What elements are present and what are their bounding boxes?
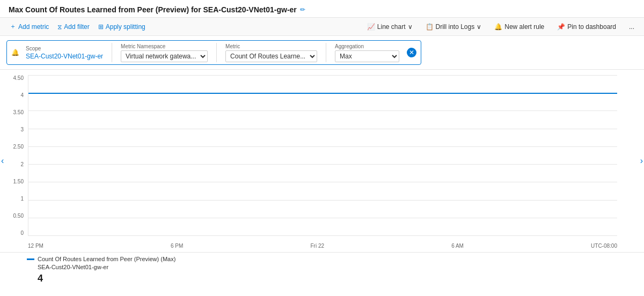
new-alert-rule-label: New alert rule: [504, 23, 544, 31]
y-label-2-50: 2.50: [13, 144, 24, 150]
split-icon: ⊞: [98, 23, 104, 31]
page-header: Max Count Of Routes Learned from Peer (P…: [0, 0, 644, 17]
filter-bar: 🔔 Scope SEA-Cust20-VNet01-gw-er Metric N…: [0, 36, 644, 70]
x-label-utc: UTC-08:00: [591, 243, 617, 249]
aggregation-label: Aggregation: [335, 43, 399, 49]
pin-to-dashboard-label: Pin to dashboard: [567, 23, 616, 31]
filter-divider-3: [326, 43, 326, 62]
drill-into-logs-button[interactable]: 📋 Drill into Logs ∨: [422, 21, 485, 33]
add-metric-label: Add metric: [18, 23, 49, 31]
y-label-1: 1: [20, 196, 24, 202]
legend-label: Count Of Routes Learned from Peer (Previ…: [38, 256, 175, 262]
legend-color-swatch: [27, 258, 34, 260]
aggregation-section: Aggregation Max Min Avg Sum Count: [335, 43, 399, 62]
scope-value-button[interactable]: SEA-Cust20-VNet01-gw-er: [26, 53, 103, 60]
x-label-12pm: 12 PM: [28, 243, 43, 249]
apply-splitting-button[interactable]: ⊞ Apply splitting: [95, 21, 149, 33]
line-chart-icon: 📈: [367, 23, 375, 31]
pin-icon: 📌: [557, 23, 565, 31]
line-chart-label: Line chart: [377, 23, 406, 31]
y-label-4: 4: [20, 92, 24, 98]
metric-namespace-label: Metric Namespace: [121, 43, 208, 49]
legend-item: Count Of Routes Learned from Peer (Previ…: [27, 256, 617, 262]
line-chart-button[interactable]: 📈 Line chart ∨: [364, 21, 416, 33]
add-filter-button[interactable]: ⧖ Add filter: [54, 21, 92, 33]
filter-divider-1: [112, 43, 112, 62]
grid-line-5: [28, 146, 617, 147]
chart-nav-left-button[interactable]: ‹: [1, 156, 4, 166]
metric-section: Metric Count Of Routes Learne...: [225, 43, 317, 62]
y-label-3: 3: [20, 127, 24, 132]
data-line: [28, 93, 617, 94]
x-label-fri22: Fri 22: [310, 243, 324, 249]
y-label-0: 0: [20, 230, 24, 236]
grid-line-3: [28, 110, 617, 111]
filter-icon: ⧖: [57, 23, 62, 31]
metric-namespace-select[interactable]: Virtual network gatewa...: [121, 50, 208, 62]
legend: Count Of Routes Learned from Peer (Previ…: [0, 252, 644, 287]
y-label-2: 2: [20, 161, 24, 167]
grid-line-7: [28, 182, 617, 182]
grid-line-9: [28, 218, 617, 218]
y-label-0-50: 0.50: [13, 213, 24, 219]
edit-icon[interactable]: ✏: [300, 6, 305, 13]
grid-line-4: [28, 129, 617, 129]
more-options-label: ...: [629, 23, 634, 31]
filter-box: 🔔 Scope SEA-Cust20-VNet01-gw-er Metric N…: [6, 40, 421, 65]
chart-nav-right-button[interactable]: ›: [640, 156, 643, 166]
chevron-down-icon2: ∨: [477, 23, 481, 31]
y-label-3-50: 3.50: [13, 109, 24, 115]
filter-divider-2: [216, 43, 217, 62]
toolbar-right: 📈 Line chart ∨ 📋 Drill into Logs ∨ 🔔 New…: [364, 21, 638, 33]
grid-line-8: [28, 200, 617, 201]
y-label-1-50: 1.50: [13, 179, 24, 184]
metric-select[interactable]: Count Of Routes Learne...: [225, 50, 317, 62]
page-title: Max Count Of Routes Learned from Peer (P…: [9, 5, 297, 14]
filter-close-button[interactable]: ✕: [407, 48, 416, 57]
plus-icon: ＋: [10, 22, 16, 31]
add-filter-label: Add filter: [64, 23, 89, 31]
grid-line-6: [28, 164, 617, 165]
add-metric-button[interactable]: ＋ Add metric: [6, 20, 52, 33]
legend-sublabel: SEA-Cust20-VNet01-gw-er: [38, 264, 108, 270]
legend-value: 4: [27, 273, 617, 284]
logs-icon: 📋: [426, 23, 434, 31]
x-label-6am: 6 AM: [451, 243, 464, 249]
y-label-4-50: 4.50: [13, 75, 24, 81]
metric-label: Metric: [225, 43, 317, 49]
scope-section: Scope SEA-Cust20-VNet01-gw-er: [26, 46, 103, 60]
scope-bell-icon: 🔔: [11, 49, 19, 56]
drill-into-logs-label: Drill into Logs: [436, 23, 475, 31]
toolbar-left: ＋ Add metric ⧖ Add filter ⊞ Apply splitt…: [6, 20, 149, 33]
metric-namespace-section: Metric Namespace Virtual network gatewa.…: [121, 43, 208, 62]
scope-label: Scope: [26, 46, 103, 51]
toolbar: ＋ Add metric ⧖ Add filter ⊞ Apply splitt…: [0, 17, 644, 36]
alert-icon: 🔔: [494, 23, 502, 31]
aggregation-select[interactable]: Max Min Avg Sum Count: [335, 50, 399, 62]
chevron-down-icon: ∨: [408, 23, 413, 31]
more-options-button[interactable]: ...: [626, 21, 638, 33]
grid-line-1: [28, 75, 617, 76]
apply-splitting-label: Apply splitting: [106, 23, 145, 31]
x-label-6pm: 6 PM: [171, 243, 183, 249]
pin-to-dashboard-button[interactable]: 📌 Pin to dashboard: [554, 21, 619, 33]
chart-wrapper: ‹ › 4.50 4 3.50 3 2.50 2 1.50 1 0.50 0: [0, 70, 644, 252]
new-alert-rule-button[interactable]: 🔔 New alert rule: [491, 21, 547, 33]
